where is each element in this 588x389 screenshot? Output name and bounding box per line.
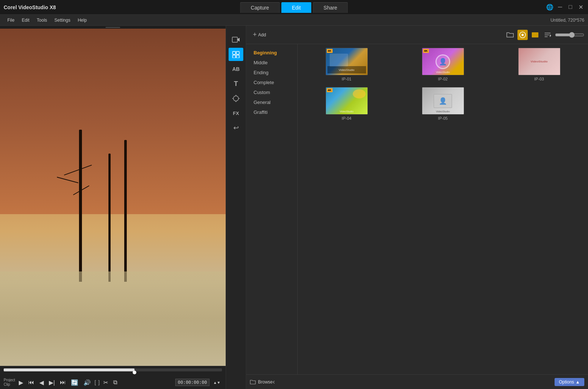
category-general[interactable]: General: [246, 97, 297, 107]
thumbnail-ip03[interactable]: 4K VideoStudio IP-03: [494, 48, 584, 81]
svg-rect-4: [233, 55, 236, 58]
add-button[interactable]: + Add: [250, 29, 269, 40]
options-button[interactable]: Options ▲: [555, 378, 584, 386]
sidebar-icon-fx[interactable]: FX: [229, 107, 243, 120]
category-graffiti[interactable]: Graffiti: [246, 107, 297, 117]
project-info: Untitled, 720*576: [551, 18, 584, 23]
svg-rect-2: [233, 51, 236, 54]
menu-settings[interactable]: Settings: [51, 16, 74, 24]
minimize-button[interactable]: ─: [556, 4, 564, 11]
restore-button[interactable]: □: [567, 4, 574, 11]
timecode-display: 00:00:00:00: [175, 379, 209, 386]
svg-marker-17: [550, 34, 551, 37]
menu-help[interactable]: Help: [74, 16, 90, 24]
globe-icon[interactable]: 🌐: [546, 4, 553, 11]
cut-button[interactable]: ✂: [102, 378, 110, 387]
category-middle[interactable]: Middle: [246, 58, 297, 68]
tab-edit[interactable]: Edit: [281, 2, 311, 13]
thumbnail-ip04[interactable]: 4K VideoStudio IP-04: [301, 87, 392, 120]
repeat-button[interactable]: 🔄: [69, 378, 80, 387]
svg-marker-1: [237, 38, 240, 42]
media-icon[interactable]: [517, 30, 528, 40]
tab-share[interactable]: Share: [313, 2, 348, 13]
menu-file[interactable]: File: [4, 16, 18, 24]
size-slider[interactable]: [555, 32, 584, 38]
svg-rect-5: [236, 55, 239, 58]
sidebar-icon-filter[interactable]: [229, 48, 243, 61]
category-ending[interactable]: Ending: [246, 68, 297, 78]
timecode-spinner[interactable]: ▲▼: [212, 380, 222, 385]
folder-icon[interactable]: [505, 30, 515, 40]
next-frame-button[interactable]: ▶|: [47, 378, 56, 387]
panel-icon-3[interactable]: [530, 30, 540, 40]
clip-label: Clip: [4, 382, 15, 387]
sidebar-icon-motion[interactable]: ↩: [229, 121, 243, 134]
sort-icon[interactable]: [542, 30, 553, 40]
svg-rect-13: [532, 32, 538, 37]
category-beginning[interactable]: Beginning: [246, 48, 297, 58]
copy-button[interactable]: ⧉: [112, 378, 119, 386]
sidebar-icon-effects[interactable]: [229, 92, 243, 105]
collapse-panel-button[interactable]: ‹: [273, 378, 275, 386]
svg-rect-0: [232, 37, 237, 42]
skip-start-button[interactable]: ⏮: [27, 378, 36, 386]
project-label: Project: [4, 378, 15, 382]
svg-point-6: [233, 96, 239, 101]
category-complete[interactable]: Complete: [246, 78, 297, 87]
sidebar-icon-text[interactable]: AB: [229, 62, 243, 76]
skip-end-button[interactable]: ⏭: [58, 378, 67, 386]
progress-bar[interactable]: [4, 368, 222, 371]
browse-button[interactable]: Browse: [250, 379, 273, 385]
close-button[interactable]: ✕: [577, 4, 584, 11]
svg-rect-3: [236, 51, 239, 54]
svg-point-12: [521, 34, 524, 36]
thumbnail-ip01[interactable]: 4K VideoStudio IP-01: [301, 48, 392, 81]
volume-button[interactable]: 🔊: [82, 378, 92, 387]
tab-capture[interactable]: Capture: [240, 2, 280, 13]
sidebar-icon-title[interactable]: T: [229, 77, 243, 90]
category-custom[interactable]: Custom: [246, 87, 297, 97]
thumbnail-ip05[interactable]: 👤 VideoStudio IP-05: [398, 87, 488, 120]
menu-edit[interactable]: Edit: [18, 16, 33, 24]
thumbnail-ip02[interactable]: 4K 👤 VideoStudio IP-02: [398, 48, 488, 81]
mark-in-button[interactable]: [: [94, 379, 96, 385]
prev-frame-button[interactable]: ◀: [38, 378, 45, 387]
sidebar-icon-video[interactable]: [229, 33, 243, 46]
mark-out-button[interactable]: ]: [98, 379, 100, 385]
menu-tools[interactable]: Tools: [33, 16, 51, 24]
play-button[interactable]: ▶: [17, 378, 25, 387]
